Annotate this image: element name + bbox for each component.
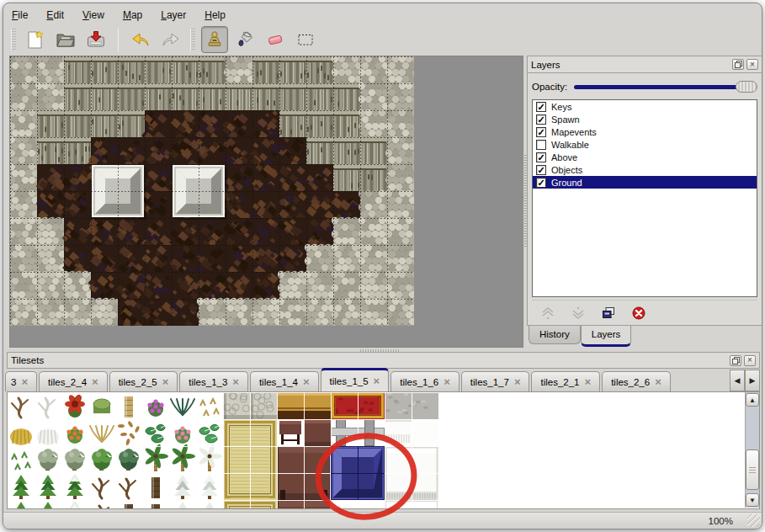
layer-checkbox[interactable]: ✓ [536, 114, 546, 125]
redo-icon [161, 29, 181, 50]
layer-row-mapevents[interactable]: ✓Mapevents [533, 125, 757, 138]
layer-name: Walkable [551, 140, 589, 150]
new-file-button[interactable] [22, 26, 49, 53]
tileset-tab[interactable]: tiles_2_5× [109, 371, 178, 391]
tab-close-icon[interactable]: × [232, 378, 239, 386]
float-panel-button[interactable] [730, 355, 741, 366]
save-file-button[interactable] [82, 26, 109, 53]
undo-icon [130, 29, 151, 50]
close-panel-button[interactable]: × [744, 355, 756, 366]
opacity-slider-handle[interactable] [736, 81, 757, 93]
layer-name: Mapevents [551, 127, 597, 137]
tab-close-icon[interactable]: × [92, 378, 98, 386]
layer-row-walkable[interactable]: Walkable [533, 138, 757, 151]
layer-row-objects[interactable]: ✓Objects [533, 163, 757, 176]
undo-button[interactable] [127, 26, 154, 53]
open-file-button[interactable] [52, 26, 79, 53]
redo-button[interactable] [157, 26, 184, 53]
layer-row-above[interactable]: ✓Above [533, 151, 757, 163]
layer-list: ✓Keys ✓Spawn ✓Mapevents Walkable ✓Above … [532, 99, 757, 297]
menu-bar: File Edit View Map Layer Help [3, 3, 762, 24]
layer-checkbox[interactable]: ✓ [536, 165, 546, 175]
tab-close-icon[interactable]: × [585, 378, 592, 386]
opacity-slider[interactable] [574, 80, 757, 93]
tileset-tab[interactable]: tiles_1_3× [179, 371, 248, 391]
map-canvas[interactable] [10, 56, 414, 326]
lower-layer-button[interactable] [569, 304, 587, 322]
tab-close-icon[interactable]: × [514, 378, 521, 386]
tileset-tab[interactable]: tiles_1_7× [461, 371, 530, 391]
resize-grip[interactable] [747, 514, 760, 527]
tileset-tab[interactable]: tiles_1_6× [390, 371, 460, 391]
tab-close-icon[interactable]: × [374, 377, 380, 386]
toolbar-separator [118, 28, 119, 51]
tab-close-icon[interactable]: × [21, 378, 28, 386]
layers-dock: Layers × Opacity: ✓Keys ✓Spawn ✓Mapev [527, 56, 762, 348]
scroll-up-button[interactable]: ▲ [746, 393, 759, 407]
tileset-tab[interactable]: tiles_1_4× [250, 371, 319, 391]
close-panel-button[interactable]: × [746, 59, 758, 70]
tab-close-icon[interactable]: × [162, 378, 169, 386]
layer-checkbox[interactable]: ✓ [536, 102, 546, 112]
float-icon [732, 357, 740, 364]
layer-row-keys[interactable]: ✓Keys [533, 100, 757, 113]
menu-map[interactable]: Map [123, 9, 142, 21]
menu-view[interactable]: View [82, 9, 104, 21]
stamp-tool-button[interactable] [201, 26, 228, 53]
fill-tool-button[interactable] [231, 26, 258, 53]
dock-bottom-tabs: History Layers [527, 326, 762, 348]
toolbar-grip[interactable] [11, 29, 16, 51]
layer-name: Ground [551, 178, 582, 188]
tilesets-splitter[interactable] [360, 349, 401, 352]
menu-file[interactable]: File [12, 9, 28, 21]
opacity-label: Opacity: [532, 82, 567, 92]
opacity-row: Opacity: [532, 77, 757, 97]
float-icon [735, 61, 742, 68]
eraser-tool-icon [265, 29, 285, 50]
layer-checkbox[interactable]: ✓ [536, 178, 546, 188]
layer-row-spawn[interactable]: ✓Spawn [533, 113, 757, 125]
menu-layer[interactable]: Layer [161, 9, 186, 21]
tileset-scrollbar[interactable]: ▲ ▼ [745, 392, 759, 508]
tab-close-icon[interactable]: × [655, 378, 661, 386]
eraser-tool-button[interactable] [262, 26, 289, 53]
layer-name: Objects [551, 165, 582, 175]
scroll-down-button[interactable]: ▼ [746, 493, 759, 507]
delete-layer-icon [631, 306, 646, 321]
tab-layers[interactable]: Layers [581, 326, 632, 347]
select-tool-button[interactable] [292, 26, 319, 53]
tab-scroll-right-button[interactable]: ▶ [745, 370, 760, 391]
tab-close-icon[interactable]: × [303, 378, 310, 386]
tileset-tab-active[interactable]: tiles_1_5× [321, 368, 390, 391]
tileset-tab[interactable]: tiles_2_1× [531, 371, 600, 391]
duplicate-layer-button[interactable] [599, 304, 618, 322]
float-panel-button[interactable] [732, 59, 744, 70]
tab-close-icon[interactable]: × [444, 378, 450, 386]
stamp-tool-icon [205, 29, 225, 50]
toolbar [3, 24, 762, 56]
tileset-tab[interactable]: tiles_2_4× [39, 371, 108, 391]
delete-layer-button[interactable] [630, 304, 648, 322]
tab-scroll-left-button[interactable]: ◀ [730, 370, 745, 391]
layers-dock-title: Layers [531, 60, 730, 70]
layer-checkbox[interactable]: ✓ [536, 152, 546, 162]
layer-row-ground[interactable]: ✓Ground [533, 176, 757, 189]
map-viewport[interactable] [9, 56, 523, 348]
tab-history[interactable]: History [529, 326, 581, 344]
tileset-tab[interactable]: tiles_2_6× [602, 371, 671, 391]
open-folder-icon [56, 29, 76, 50]
scrollbar-thumb[interactable] [746, 450, 759, 490]
menu-edit[interactable]: Edit [46, 9, 64, 21]
layer-checkbox[interactable] [536, 140, 546, 150]
tileset-canvas[interactable] [8, 392, 743, 508]
save-icon [86, 29, 106, 50]
menu-help[interactable]: Help [205, 9, 226, 21]
raise-layer-button[interactable] [539, 304, 557, 322]
layer-checkbox[interactable]: ✓ [536, 127, 546, 137]
opacity-slider-track[interactable] [574, 85, 756, 89]
tileset-tab-bar: 3× tiles_2_4× tiles_2_5× tiles_1_3× tile… [7, 369, 760, 392]
toolbar-grip[interactable] [190, 29, 195, 51]
layers-dock-titlebar: Layers × [527, 56, 762, 73]
tileset-content[interactable]: ▲ ▼ [7, 392, 760, 509]
tileset-tab[interactable]: 3× [5, 371, 37, 391]
